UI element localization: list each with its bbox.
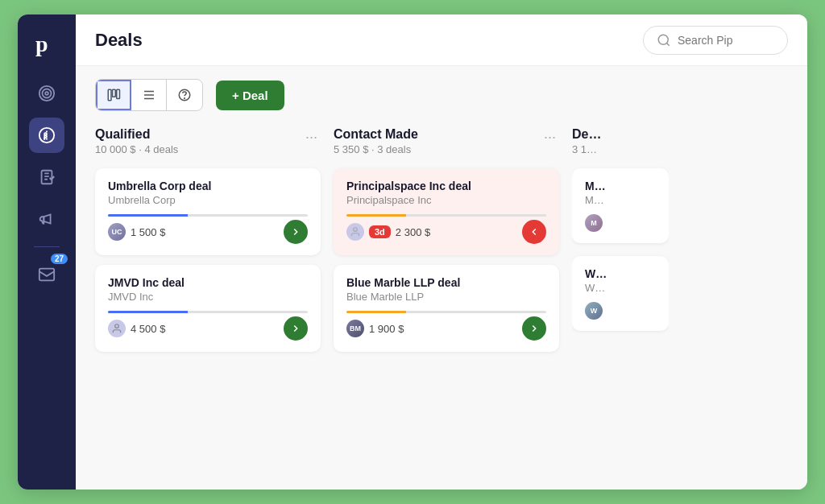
column-demo-title: De… — [572, 127, 601, 142]
deal-footer-blue-marble: BM 1 900 $ — [346, 316, 546, 341]
column-contact-made-title: Contact Made — [334, 127, 418, 142]
deal-avatar-umbrella: UC — [108, 223, 126, 241]
deal-card-blue-marble[interactable]: Blue Marble LLP deal Blue Marble LLP BM … — [334, 265, 559, 352]
svg-rect-7 — [39, 269, 54, 281]
column-contact-made-menu[interactable]: ··· — [541, 127, 559, 147]
deal-company-umbrella: Umbrella Corp — [108, 194, 308, 206]
view-toggle — [95, 79, 203, 111]
deal-card-jmvd[interactable]: JMVD Inc deal JMVD Inc 4 500 $ — [95, 265, 321, 352]
deal-avatar-demo1: M — [585, 214, 603, 232]
deal-card-demo1[interactable]: M… M… M — [572, 168, 669, 243]
svg-text:p: p — [35, 31, 48, 56]
deal-footer-jmvd: 4 500 $ — [108, 316, 308, 341]
deal-company-demo1: M… — [585, 194, 656, 206]
deal-card-principalspace[interactable]: Principalspace Inc deal Principalspace I… — [334, 168, 559, 255]
deal-progress-blue-marble — [346, 311, 546, 313]
toolbar: + Deal — [76, 66, 807, 124]
column-contact-made: Contact Made 5 350 $ · 3 deals ··· Princ… — [334, 124, 559, 477]
deal-title-principalspace: Principalspace Inc deal — [346, 180, 546, 192]
svg-point-8 — [658, 35, 668, 44]
add-deal-button[interactable]: + Deal — [216, 81, 284, 110]
smart-view-button[interactable] — [167, 80, 202, 110]
column-qualified-title: Qualified — [95, 127, 178, 142]
column-qualified: Qualified 10 000 $ · 4 deals ··· Umbrell… — [95, 124, 321, 477]
list-view-button[interactable] — [131, 80, 167, 110]
deal-title-jmvd: JMVD Inc deal — [108, 276, 308, 289]
deal-company-blue-marble: Blue Marble LLP — [346, 291, 546, 303]
deal-info-jmvd: 4 500 $ — [108, 320, 165, 337]
svg-point-16 — [184, 98, 185, 99]
deal-progress-jmvd — [108, 311, 308, 313]
deal-info-blue-marble: BM 1 900 $ — [346, 320, 404, 337]
svg-rect-10 — [113, 89, 116, 97]
overdue-badge-principalspace: 3d — [369, 225, 391, 238]
search-bar[interactable] — [643, 26, 788, 55]
deal-advance-jmvd[interactable] — [284, 316, 308, 341]
app-logo[interactable]: p — [31, 27, 63, 60]
deal-amount-jmvd: 4 500 $ — [131, 323, 165, 335]
svg-point-3 — [45, 92, 48, 95]
column-demo: De… 3 1… M… M… M W… W… W — [572, 124, 669, 477]
deal-avatar-principalspace — [346, 223, 364, 241]
sidebar-divider — [34, 246, 60, 247]
deal-card-demo2[interactable]: W… W… W — [572, 256, 669, 331]
column-qualified-meta: 10 000 $ · 4 deals — [95, 143, 178, 155]
column-contact-made-header: Contact Made 5 350 $ · 3 deals ··· — [334, 124, 559, 159]
deal-avatar-demo2: W — [585, 302, 603, 320]
sidebar: p — [18, 14, 76, 490]
sidebar-item-mail[interactable]: 27 — [29, 257, 64, 292]
app-container: p — [18, 14, 807, 490]
column-contact-made-meta: 5 350 $ · 3 deals — [334, 143, 418, 155]
column-demo-meta: 3 1… — [572, 143, 601, 155]
sidebar-item-target[interactable] — [29, 76, 64, 111]
top-bar: Deals — [76, 14, 807, 66]
svg-point-2 — [43, 89, 52, 98]
sidebar-item-deals[interactable] — [29, 118, 64, 153]
deal-company-demo2: W… — [585, 282, 656, 294]
deal-company-principalspace: Principalspace Inc — [346, 194, 546, 206]
svg-point-17 — [115, 324, 119, 328]
kanban-board: Qualified 10 000 $ · 4 deals ··· Umbrell… — [76, 124, 807, 490]
deal-advance-blue-marble[interactable] — [522, 316, 546, 341]
deal-footer-demo2: W — [585, 302, 656, 320]
deal-amount-blue-marble: 1 900 $ — [369, 323, 404, 335]
svg-rect-11 — [117, 89, 120, 98]
deal-company-jmvd: JMVD Inc — [108, 291, 308, 303]
deal-card-umbrella[interactable]: Umbrella Corp deal Umbrella Corp UC 1 50… — [95, 168, 321, 255]
column-qualified-header: Qualified 10 000 $ · 4 deals ··· — [95, 124, 321, 159]
sidebar-item-marketing[interactable] — [29, 201, 64, 237]
deal-footer-demo1: M — [585, 214, 656, 232]
deal-info-umbrella: UC 1 500 $ — [108, 223, 165, 241]
deal-title-blue-marble: Blue Marble LLP deal — [346, 276, 546, 289]
search-icon — [657, 33, 671, 48]
search-input[interactable] — [678, 34, 766, 47]
main-content: Deals — [76, 14, 807, 490]
deal-info-principalspace: 3d 2 300 $ — [346, 223, 430, 241]
svg-point-18 — [354, 228, 358, 232]
svg-rect-9 — [108, 89, 111, 101]
deal-avatar-jmvd — [108, 320, 126, 337]
deal-title-umbrella: Umbrella Corp deal — [108, 180, 308, 192]
kanban-view-button[interactable] — [96, 80, 131, 110]
deal-footer-principalspace: 3d 2 300 $ — [346, 220, 546, 244]
deal-amount-umbrella: 1 500 $ — [131, 226, 165, 238]
mail-badge: 27 — [51, 254, 68, 264]
page-title: Deals — [95, 30, 143, 51]
deal-progress-principalspace — [346, 214, 546, 217]
deal-progress-umbrella — [108, 214, 308, 217]
deal-advance-umbrella[interactable] — [284, 220, 308, 244]
column-demo-header: De… 3 1… — [572, 124, 669, 159]
deal-title-demo1: M… — [585, 180, 656, 192]
deal-back-principalspace[interactable] — [522, 220, 546, 244]
sidebar-item-tasks[interactable] — [29, 159, 64, 195]
deal-title-demo2: W… — [585, 267, 656, 280]
deal-avatar-blue-marble: BM — [346, 320, 364, 337]
deal-amount-principalspace: 2 300 $ — [396, 226, 430, 238]
column-qualified-menu[interactable]: ··· — [302, 127, 321, 147]
deal-footer-umbrella: UC 1 500 $ — [108, 220, 308, 244]
